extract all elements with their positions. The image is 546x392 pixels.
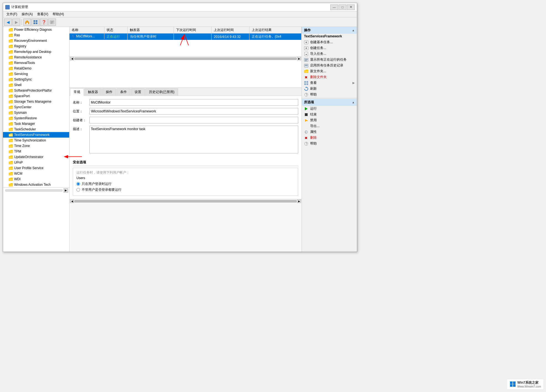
export-icon: [304, 124, 308, 128]
right-action-enablehistory[interactable]: 启用所有任务历史记录: [302, 63, 357, 68]
enablehistory-icon: [304, 63, 308, 68]
sidebar-item-storagetiers[interactable]: Storage Tiers Manageme: [3, 99, 69, 104]
radio-login-only[interactable]: [76, 182, 80, 186]
tab-actions[interactable]: 操作: [102, 88, 116, 96]
help-button[interactable]: ❓: [40, 19, 48, 26]
sidebar-item-updateorch[interactable]: UpdateOrchestrator: [3, 154, 69, 160]
sidebar-item-upnp[interactable]: UPnP: [3, 160, 69, 165]
sidebar-item-timezone[interactable]: Time Zone: [3, 143, 69, 149]
close-button[interactable]: ✕: [347, 4, 355, 10]
table-scrollbar-thumb[interactable]: [74, 58, 297, 60]
folder-icon: [9, 155, 13, 159]
sidebar-item-tpm[interactable]: TPM: [3, 149, 69, 154]
sidebar-item-remoteassist[interactable]: RemoteAssistance: [3, 55, 69, 60]
sidebar-item-registry[interactable]: Registry: [3, 43, 69, 49]
sidebar-item-timesync[interactable]: Time Synchronization: [3, 138, 69, 143]
right-action-help1[interactable]: ? 帮助: [302, 92, 357, 97]
sidebar-item-remoteapp[interactable]: RemoteApp and Desktop: [3, 49, 69, 55]
properties-button[interactable]: [48, 19, 56, 26]
col-trigger[interactable]: 触发器: [127, 27, 174, 33]
right-selected-collapse[interactable]: ▲: [352, 101, 355, 104]
menu-help[interactable]: 帮助(H): [50, 11, 66, 17]
sidebar-label: Time Zone: [14, 144, 30, 148]
sidebar-item-taskmanager[interactable]: Task Manager: [3, 121, 69, 127]
radio-always-label: 不管用户是否登录都要运行: [82, 187, 122, 192]
details-scroll-right[interactable]: ▶: [297, 200, 301, 203]
sidebar-item-textservices[interactable]: TextServicesFramework: [3, 132, 69, 138]
right-action-showrunning[interactable]: 显示所有正在运行的任务: [302, 57, 357, 63]
scroll-left-button[interactable]: ◀: [70, 57, 74, 60]
sidebar-item-userprofile[interactable]: User Profile Service: [3, 165, 69, 171]
right-collapse-btn[interactable]: ▲: [352, 29, 355, 32]
forward-button[interactable]: ▶: [12, 19, 20, 26]
tab-history[interactable]: 历史记录(已禁用): [145, 88, 178, 96]
sidebar-item-softwareprotection[interactable]: SoftwareProtectionPlatfor: [3, 88, 69, 93]
col-nextrun[interactable]: 下次运行时间: [174, 27, 212, 33]
right-action-help2[interactable]: ? 帮助: [302, 141, 357, 146]
creator-input[interactable]: [89, 117, 298, 123]
tab-general[interactable]: 常规: [70, 88, 84, 96]
col-lastresult[interactable]: 上次运行结果: [249, 27, 301, 33]
sidebar-scrollbar[interactable]: [5, 189, 63, 192]
right-action-end[interactable]: 结束: [302, 112, 357, 117]
sidebar-item-retaildemo[interactable]: RetailDemo: [3, 66, 69, 71]
right-action-create[interactable]: 创建任务...: [302, 45, 357, 51]
sidebar-item-recovery[interactable]: RecoveryEnvironment: [3, 38, 69, 43]
col-name[interactable]: 名称: [69, 27, 104, 33]
location-input[interactable]: [89, 108, 298, 115]
menu-file[interactable]: 文件(F): [4, 11, 19, 17]
sidebar-item-power[interactable]: Power Efficiency Diagnos: [3, 27, 69, 32]
description-textarea[interactable]: TextServicesFramework monitor task: [89, 126, 298, 153]
sidebar-item-sysmain[interactable]: Sysmain: [3, 110, 69, 115]
right-action-view[interactable]: 查看 ▶: [302, 80, 357, 86]
view-button[interactable]: [32, 19, 39, 26]
sidebar-item-winactivation[interactable]: Windows Activation Tech: [3, 182, 69, 187]
sidebar-scroll-right[interactable]: ▶: [64, 188, 68, 193]
sidebar-item-settingsync[interactable]: SettingSync: [3, 77, 69, 82]
right-action-delete[interactable]: ✖ 删除: [302, 135, 357, 141]
radio-login-only-label: 只在用户登录时运行: [82, 182, 112, 186]
menu-view[interactable]: 查看(V): [35, 11, 50, 17]
back-button[interactable]: ◀: [4, 19, 12, 26]
home-button[interactable]: [23, 19, 31, 26]
table-row[interactable]: 🔵 MsCtfMoni... 正在运行 当任何用户登录时: [69, 33, 302, 40]
minimize-button[interactable]: —: [330, 4, 338, 10]
name-label: 名称：: [73, 99, 89, 105]
tab-conditions[interactable]: 条件: [117, 88, 130, 96]
tab-settings[interactable]: 设置: [131, 88, 145, 96]
name-input[interactable]: [89, 99, 298, 106]
right-action-newfolder[interactable]: 新文件夹...: [302, 68, 357, 74]
sidebar-item-removaltools[interactable]: RemovalTools: [3, 60, 69, 66]
task-lastrun-cell: 2016/4/14 9:43:32: [212, 33, 249, 40]
right-action-export[interactable]: 导出...: [302, 123, 357, 129]
right-action-properties[interactable]: i 属性: [302, 129, 357, 135]
right-action-refresh[interactable]: 刷新: [302, 86, 357, 92]
sidebar-item-systemrestore[interactable]: SystemRestore: [3, 115, 69, 121]
scroll-right-button[interactable]: ▶: [297, 57, 301, 60]
folder-icon: [9, 138, 13, 143]
sidebar-item-shell[interactable]: Shell: [3, 82, 69, 88]
sidebar-item-wdi[interactable]: WDI: [3, 176, 69, 182]
right-action-disable[interactable]: 禁用: [302, 117, 357, 123]
table-scrollbar-area: ◀ ▶: [69, 56, 302, 60]
details-scrollbar-thumb[interactable]: [74, 200, 297, 202]
sidebar-item-ras[interactable]: Ras: [3, 32, 69, 38]
radio-always[interactable]: [76, 188, 80, 192]
right-action-deletefolder[interactable]: ✖ 删除文件夹: [302, 74, 357, 80]
sidebar-item-wcm[interactable]: WCM: [3, 171, 69, 176]
right-action-run[interactable]: 运行: [302, 106, 357, 112]
col-status[interactable]: 状态: [104, 27, 128, 33]
sidebar-item-spaceport[interactable]: SpacePort: [3, 93, 69, 99]
sidebar-item-taskscheduler[interactable]: TaskScheduler: [3, 127, 69, 132]
import-icon: [304, 52, 308, 56]
sidebar-item-servicing[interactable]: Servicing: [3, 71, 69, 77]
folder-icon: [9, 94, 13, 98]
details-scroll-left[interactable]: ◀: [70, 200, 74, 203]
col-lastrun[interactable]: 上次运行时间: [212, 27, 249, 33]
menu-action[interactable]: 操作(A): [19, 11, 35, 17]
maximize-button[interactable]: □: [339, 4, 346, 10]
right-action-createbasic[interactable]: 创建基本任务...: [302, 39, 357, 45]
right-action-import[interactable]: 导入任务...: [302, 51, 357, 57]
tab-triggers[interactable]: 触发器: [84, 88, 102, 96]
sidebar-item-synccenter[interactable]: SyncCenter: [3, 104, 69, 110]
